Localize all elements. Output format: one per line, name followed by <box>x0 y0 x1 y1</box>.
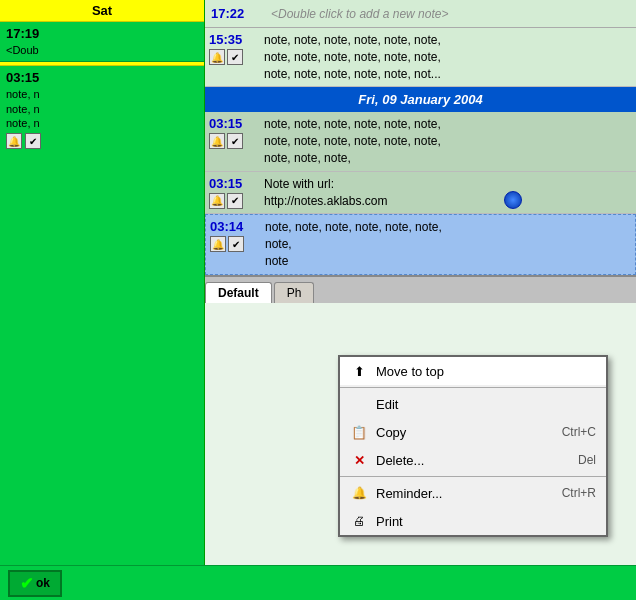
print-icon: 🖨 <box>350 512 368 530</box>
tab-ph[interactable]: Ph <box>274 282 315 303</box>
note-3-check-icon[interactable]: ✔ <box>227 193 243 209</box>
menu-label-copy: Copy <box>376 425 406 440</box>
note-1-check-icon[interactable]: ✔ <box>227 49 243 65</box>
note-2-icons: 🔔 ✔ <box>209 133 264 149</box>
left-time-1: 17:19 <box>6 26 198 41</box>
note-3-bell-icon[interactable]: 🔔 <box>209 193 225 209</box>
menu-label-move-to-top: Move to top <box>376 364 444 379</box>
globe-icon <box>504 191 522 209</box>
menu-item-print[interactable]: 🖨 Print <box>340 507 606 535</box>
note-3-icons: 🔔 ✔ <box>209 193 264 209</box>
note-4-content: note, note, note, note, note, note,note,… <box>265 219 631 269</box>
left-time-block-1: 17:19 <Doub <box>0 22 204 62</box>
delete-icon: ✕ <box>350 451 368 469</box>
menu-separator-2 <box>340 476 606 477</box>
left-note-preview-1: <Doub <box>6 43 198 57</box>
note-item-2[interactable]: 03:15 🔔 ✔ note, note, note, note, note, … <box>205 112 636 171</box>
bottom-tabs: Default Ph <box>205 275 636 303</box>
note-3-content: Note with url: http://notes.aklabs.com <box>264 176 632 210</box>
left-note-preview-2: note, nnote, nnote, n <box>6 87 198 130</box>
menu-item-copy[interactable]: 📋 Copy Ctrl+C <box>340 418 606 446</box>
note-time-col-2: 03:15 🔔 ✔ <box>209 116 264 149</box>
note-time-2: 03:15 <box>209 116 264 131</box>
menu-label-delete: Delete... <box>376 453 424 468</box>
top-placeholder[interactable]: <Double click to add a new note> <box>271 7 448 21</box>
menu-item-move-to-top[interactable]: ⬆ Move to top <box>340 357 606 385</box>
note-4-icons: 🔔 ✔ <box>210 236 265 252</box>
note-1-bell-icon[interactable]: 🔔 <box>209 49 225 65</box>
tab-default[interactable]: Default <box>205 282 272 303</box>
date-header: Fri, 09 January 2004 <box>205 87 636 112</box>
note-time-3: 03:15 <box>209 176 264 191</box>
left-panel: Sat 17:19 <Doub 03:15 note, nnote, nnote… <box>0 0 205 565</box>
note-4-bell-icon[interactable]: 🔔 <box>210 236 226 252</box>
check-icon[interactable]: ✔ <box>25 133 41 149</box>
edit-icon <box>350 395 368 413</box>
note-2-content: note, note, note, note, note, note,note,… <box>264 116 632 166</box>
note-item-4[interactable]: 03:14 🔔 ✔ note, note, note, note, note, … <box>205 214 636 274</box>
note-2-bell-icon[interactable]: 🔔 <box>209 133 225 149</box>
reminder-shortcut: Ctrl+R <box>562 486 596 500</box>
note-time-col-1: 15:35 🔔 ✔ <box>209 32 264 65</box>
copy-shortcut: Ctrl+C <box>562 425 596 439</box>
left-header: Sat <box>0 0 204 22</box>
top-row: 17:22 <Double click to add a new note> <box>205 0 636 28</box>
ok-checkmark: ✔ <box>20 574 33 593</box>
menu-separator-1 <box>340 387 606 388</box>
note-time-1: 15:35 <box>209 32 264 47</box>
note-item-1[interactable]: 15:35 🔔 ✔ note, note, note, note, note, … <box>205 28 636 87</box>
note-item-3[interactable]: 03:15 🔔 ✔ Note with url: http://notes.ak… <box>205 172 636 215</box>
menu-label-reminder: Reminder... <box>376 486 442 501</box>
reminder-bell-icon: 🔔 <box>350 484 368 502</box>
note-time-col-4: 03:14 🔔 ✔ <box>210 219 265 252</box>
menu-item-edit[interactable]: Edit <box>340 390 606 418</box>
left-time-2: 03:15 <box>6 70 198 85</box>
ok-label: ok <box>36 576 50 590</box>
arrow-up-icon: ⬆ <box>350 362 368 380</box>
note-2-check-icon[interactable]: ✔ <box>227 133 243 149</box>
ok-button[interactable]: ✔ ok <box>8 570 62 597</box>
note-4-check-icon[interactable]: ✔ <box>228 236 244 252</box>
note-time-4: 03:14 <box>210 219 265 234</box>
menu-item-delete[interactable]: ✕ Delete... Del <box>340 446 606 474</box>
menu-label-edit: Edit <box>376 397 398 412</box>
copy-icon: 📋 <box>350 423 368 441</box>
left-time-block-2: 03:15 note, nnote, nnote, n 🔔 ✔ <box>0 66 204 153</box>
note-1-icons: 🔔 ✔ <box>209 49 264 65</box>
delete-shortcut: Del <box>578 453 596 467</box>
context-menu: ⬆ Move to top Edit 📋 Copy Ctrl+C ✕ Delet… <box>338 355 608 537</box>
bell-icon[interactable]: 🔔 <box>6 133 22 149</box>
note-1-content: note, note, note, note, note, note,note,… <box>264 32 632 82</box>
menu-item-reminder[interactable]: 🔔 Reminder... Ctrl+R <box>340 479 606 507</box>
status-bar: ✔ ok <box>0 565 636 600</box>
app-container: Sat 17:19 <Doub 03:15 note, nnote, nnote… <box>0 0 636 600</box>
top-time: 17:22 <box>211 6 271 21</box>
left-note-icons: 🔔 ✔ <box>6 133 198 149</box>
menu-label-print: Print <box>376 514 403 529</box>
note-time-col-3: 03:15 🔔 ✔ <box>209 176 264 209</box>
